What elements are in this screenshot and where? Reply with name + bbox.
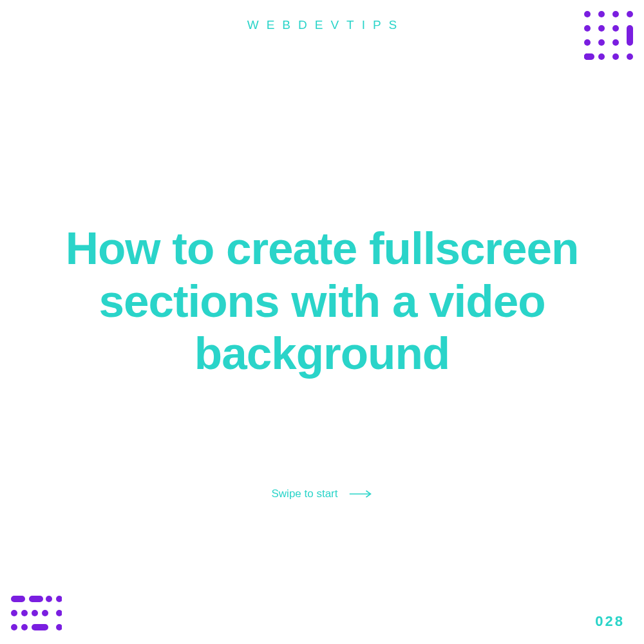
svg-point-4 bbox=[627, 11, 633, 17]
svg-point-1 bbox=[584, 11, 591, 17]
svg-point-2 bbox=[598, 11, 605, 17]
svg-point-10 bbox=[598, 39, 605, 46]
svg-point-18 bbox=[627, 53, 633, 60]
svg-point-11 bbox=[612, 39, 619, 46]
brand-label: WEBDEVTIPS bbox=[240, 18, 405, 32]
page-number: 028 bbox=[595, 613, 625, 630]
svg-point-17 bbox=[612, 53, 619, 60]
svg-point-9 bbox=[584, 39, 591, 46]
svg-point-26 bbox=[32, 610, 38, 616]
svg-point-7 bbox=[612, 25, 619, 32]
svg-rect-19 bbox=[584, 53, 592, 60]
decorative-dots-bl-icon bbox=[9, 594, 62, 635]
svg-rect-8 bbox=[627, 25, 633, 46]
swipe-label: Swipe to start bbox=[272, 488, 338, 500]
svg-point-5 bbox=[584, 25, 591, 32]
svg-point-16 bbox=[598, 53, 605, 60]
svg-rect-31 bbox=[32, 624, 48, 630]
decorative-dots-tr-icon bbox=[582, 9, 635, 64]
svg-point-25 bbox=[21, 610, 28, 616]
page-title: How to create fullscreen sections with a… bbox=[39, 222, 605, 380]
arrow-right-icon bbox=[350, 490, 373, 498]
svg-rect-20 bbox=[11, 596, 25, 602]
svg-point-22 bbox=[46, 596, 52, 602]
svg-point-3 bbox=[612, 11, 619, 17]
swipe-cta[interactable]: Swipe to start bbox=[272, 488, 373, 500]
svg-point-30 bbox=[21, 624, 28, 630]
svg-rect-21 bbox=[29, 596, 43, 602]
svg-point-24 bbox=[11, 610, 17, 616]
svg-point-32 bbox=[56, 624, 62, 630]
svg-point-27 bbox=[42, 610, 48, 616]
svg-point-23 bbox=[56, 596, 62, 602]
svg-point-29 bbox=[11, 624, 17, 630]
svg-point-28 bbox=[56, 610, 62, 616]
svg-point-6 bbox=[598, 25, 605, 32]
